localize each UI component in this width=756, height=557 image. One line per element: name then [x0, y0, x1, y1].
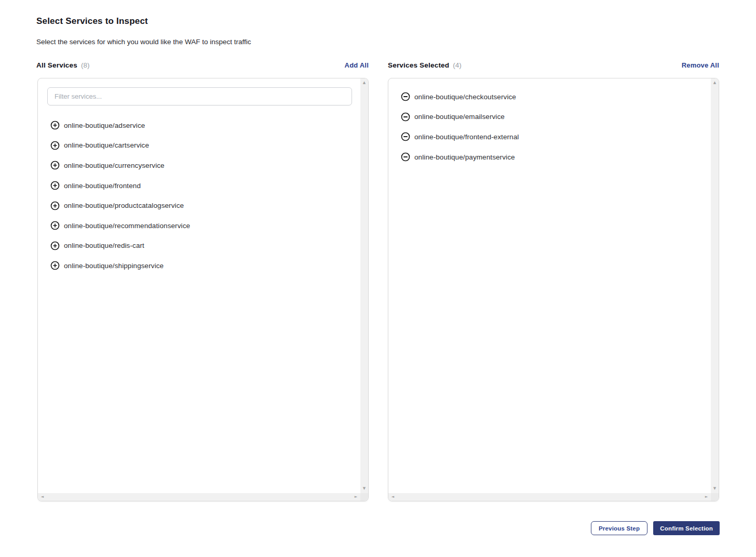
all-services-label: All Services — [36, 61, 77, 69]
scroll-left-icon[interactable]: ◄ — [389, 493, 397, 501]
minus-circle-icon[interactable] — [401, 112, 410, 122]
horizontal-scrollbar[interactable]: ◄ ► — [388, 493, 711, 501]
scroll-left-icon[interactable]: ◄ — [38, 493, 46, 501]
vertical-scrollbar[interactable]: ▲ ▼ — [360, 78, 368, 493]
services-selected-header: Services Selected (4) Remove All — [388, 61, 719, 69]
plus-circle-icon[interactable] — [50, 161, 60, 170]
service-name: online-boutique/redis-cart — [64, 242, 144, 249]
service-item[interactable]: online-boutique/frontend-external — [388, 127, 711, 147]
service-item[interactable]: online-boutique/emailservice — [388, 107, 711, 127]
plus-circle-icon[interactable] — [50, 181, 60, 190]
service-item[interactable]: online-boutique/cartservice — [38, 136, 360, 156]
service-item[interactable]: online-boutique/recommendationservice — [38, 216, 360, 236]
services-selected-count: (4) — [453, 61, 462, 69]
scroll-up-icon[interactable]: ▲ — [711, 79, 719, 87]
footer-actions: Previous Step Confirm Selection — [591, 521, 720, 535]
minus-circle-icon[interactable] — [401, 152, 410, 162]
service-name: online-boutique/recommendationservice — [64, 222, 190, 230]
service-item[interactable]: online-boutique/adservice — [38, 115, 360, 136]
services-selected-label: Services Selected — [388, 61, 449, 69]
plus-circle-icon[interactable] — [50, 121, 60, 130]
all-services-panel: online-boutique/adservice online-boutiqu… — [37, 78, 369, 501]
service-item[interactable]: online-boutique/productcatalogservice — [38, 195, 360, 216]
service-name: online-boutique/emailservice — [414, 113, 505, 121]
plus-circle-icon[interactable] — [50, 241, 60, 250]
scroll-down-icon[interactable]: ▼ — [360, 485, 368, 493]
service-name: online-boutique/shippingservice — [64, 262, 164, 270]
all-services-header: All Services (8) Add All — [36, 61, 369, 69]
minus-circle-icon[interactable] — [401, 132, 410, 141]
previous-step-button[interactable]: Previous Step — [591, 521, 647, 535]
service-item[interactable]: online-boutique/shippingservice — [38, 256, 360, 276]
service-name: online-boutique/frontend — [64, 182, 141, 190]
confirm-selection-button[interactable]: Confirm Selection — [653, 521, 720, 535]
all-services-count: (8) — [81, 61, 90, 69]
scroll-up-icon[interactable]: ▲ — [360, 79, 368, 87]
remove-all-link[interactable]: Remove All — [682, 61, 719, 69]
add-all-link[interactable]: Add All — [345, 61, 369, 69]
minus-circle-icon[interactable] — [401, 92, 410, 101]
service-item[interactable]: online-boutique/checkoutservice — [388, 87, 711, 107]
services-selected-panel: online-boutique/checkoutservice online-b… — [388, 78, 719, 501]
vertical-scrollbar[interactable]: ▲ ▼ — [711, 78, 719, 493]
all-services-list: online-boutique/adservice online-boutiqu… — [38, 115, 360, 276]
service-item[interactable]: online-boutique/redis-cart — [38, 236, 360, 256]
service-item[interactable]: online-boutique/frontend — [38, 176, 360, 196]
page-title: Select Services to Inspect — [36, 16, 148, 26]
services-selected-list: online-boutique/checkoutservice online-b… — [388, 87, 711, 167]
plus-circle-icon[interactable] — [50, 141, 60, 150]
plus-circle-icon[interactable] — [50, 221, 60, 230]
scrollbar-corner — [360, 493, 368, 501]
service-name: online-boutique/cartservice — [64, 141, 149, 149]
service-name: online-boutique/checkoutservice — [414, 93, 516, 101]
page-subtitle: Select the services for which you would … — [36, 38, 251, 46]
scrollbar-corner — [711, 493, 719, 501]
service-name: online-boutique/adservice — [64, 122, 145, 129]
plus-circle-icon[interactable] — [50, 261, 60, 270]
scroll-right-icon[interactable]: ► — [352, 493, 360, 501]
scroll-right-icon[interactable]: ► — [703, 493, 710, 501]
filter-services-input[interactable] — [47, 87, 352, 105]
service-name: online-boutique/paymentservice — [414, 153, 515, 161]
service-name: online-boutique/frontend-external — [414, 133, 519, 141]
service-name: online-boutique/productcatalogservice — [64, 202, 184, 209]
scroll-down-icon[interactable]: ▼ — [711, 485, 719, 493]
service-item[interactable]: online-boutique/paymentservice — [388, 147, 711, 167]
service-item[interactable]: online-boutique/currencyservice — [38, 155, 360, 176]
service-name: online-boutique/currencyservice — [64, 162, 165, 169]
plus-circle-icon[interactable] — [50, 201, 60, 210]
horizontal-scrollbar[interactable]: ◄ ► — [38, 493, 360, 501]
